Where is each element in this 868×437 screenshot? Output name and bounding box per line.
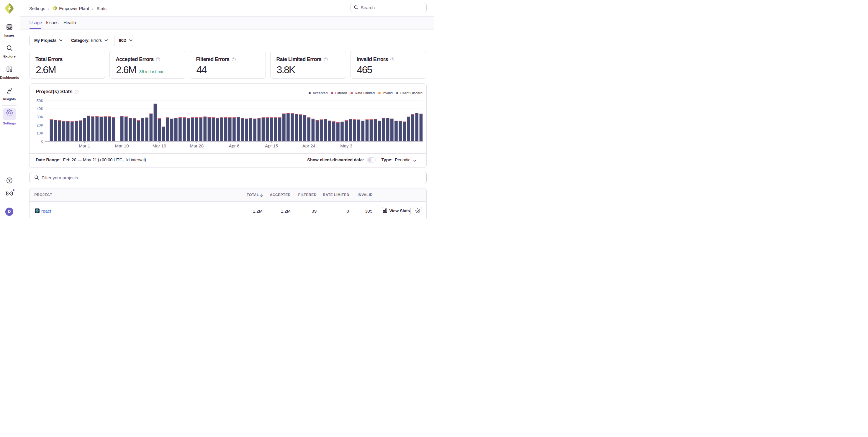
svg-text:May 3: May 3 — [340, 143, 352, 148]
svg-text:Apr 6: Apr 6 — [229, 143, 239, 148]
svg-text:Mar 19: Mar 19 — [153, 143, 166, 148]
svg-text:40K: 40K — [37, 106, 43, 111]
svg-text:20K: 20K — [37, 123, 43, 127]
svg-text:Apr 15: Apr 15 — [265, 143, 278, 148]
svg-text:50K: 50K — [37, 98, 43, 103]
svg-text:Mar 1: Mar 1 — [79, 143, 90, 148]
svg-text:Apr 24: Apr 24 — [302, 143, 315, 148]
svg-text:30K: 30K — [37, 115, 43, 119]
svg-text:Mar 28: Mar 28 — [190, 143, 204, 148]
svg-text:Mar 10: Mar 10 — [115, 143, 129, 148]
svg-text:0: 0 — [41, 139, 43, 143]
svg-text:10K: 10K — [37, 131, 43, 135]
